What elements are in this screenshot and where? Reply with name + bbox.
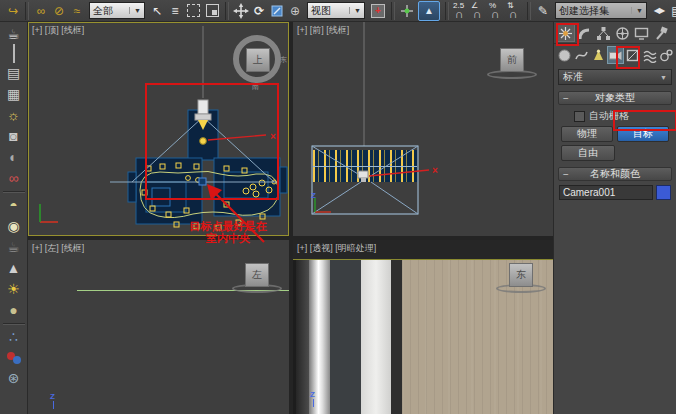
viewport-perspective-label[interactable]: [+] [透视] [明暗处理]: [297, 242, 376, 255]
tab-modify[interactable]: [575, 24, 594, 42]
stereo-camera-icon[interactable]: ∞: [2, 168, 26, 189]
select-and-move-icon[interactable]: [233, 3, 249, 19]
physical-camera-button[interactable]: 物理: [561, 126, 613, 142]
shapes-icon: [574, 48, 589, 63]
viewport-top[interactable]: [+] [顶] [线框] 上 东 南: [28, 22, 289, 236]
chevron-down-icon: ▼: [631, 7, 643, 14]
edit-named-selection-sets-icon[interactable]: ✎: [534, 2, 552, 20]
viewport-perspective[interactable]: [+] [透视] [明暗处理] 东 Z: [293, 240, 553, 414]
tab-hierarchy[interactable]: [594, 24, 613, 42]
redo-icon[interactable]: ↪: [4, 2, 22, 20]
viewcube-top[interactable]: 上: [246, 48, 270, 72]
command-panel-tabs: [554, 22, 676, 44]
sunlight-icon[interactable]: ☀: [2, 279, 26, 300]
select-object-icon[interactable]: ↖: [148, 2, 166, 20]
hierarchy-icon: [596, 26, 611, 41]
bind-to-spacewarp-icon[interactable]: ≈: [68, 2, 86, 20]
render-production-icon[interactable]: ☕: [2, 24, 26, 45]
tab-motion[interactable]: [613, 24, 632, 42]
omni-light-icon[interactable]: ◉: [2, 216, 26, 237]
collapse-icon: −: [563, 169, 569, 180]
window-crossing-icon[interactable]: [206, 4, 219, 17]
white-panel: [361, 240, 391, 414]
select-and-scale-icon[interactable]: [269, 3, 285, 19]
name-color-rollout[interactable]: − 名称和颜色: [558, 167, 672, 181]
sphere-light-icon[interactable]: ●: [2, 300, 26, 321]
camera-type-buttons-row2: 自由: [559, 145, 671, 161]
align-icon[interactable]: ▤: [668, 2, 676, 20]
free-camera-button[interactable]: 自由: [561, 145, 615, 161]
coordinate-system-dropdown[interactable]: 视图 ▼: [307, 2, 365, 19]
render-setup-icon[interactable]: [13, 45, 15, 63]
spacer: [617, 145, 671, 161]
viewport-front-label[interactable]: [+] [前] [线框]: [297, 24, 349, 37]
render-elements-icon[interactable]: ▦: [2, 84, 26, 105]
world-z-axis: Z: [310, 390, 315, 407]
selection-filter-dropdown[interactable]: 全部 ▼: [89, 2, 145, 19]
mirror-icon[interactable]: ◀▶: [650, 2, 668, 20]
subtab-geometry[interactable]: [556, 46, 573, 64]
camera-category-dropdown[interactable]: 标准 ▼: [558, 69, 672, 85]
select-and-manipulate-icon[interactable]: [399, 3, 415, 19]
create-icon: [558, 26, 573, 41]
reference-coordinate-icon[interactable]: ⊕: [286, 2, 304, 20]
viewport-area: [+] [顶] [线框] 上 东 南: [28, 22, 553, 414]
camera-target-point[interactable]: [199, 178, 206, 185]
spinner-snap-toggle-icon[interactable]: ⇅ ∩: [506, 2, 524, 20]
left-toolbar-separator: [3, 191, 25, 193]
light-lister-icon[interactable]: ☼: [2, 105, 26, 126]
molecule-icon[interactable]: [6, 351, 22, 365]
create-subcategories: [554, 44, 676, 66]
viewcube-left[interactable]: 左: [245, 263, 269, 287]
select-by-name-icon[interactable]: ≡: [166, 2, 184, 20]
viewport-left-label[interactable]: [+] [左] [线框]: [32, 242, 84, 255]
object-name-field[interactable]: Camera001: [559, 185, 653, 200]
subtab-lights[interactable]: [590, 46, 607, 64]
material-editor-icon[interactable]: ▤: [2, 63, 26, 84]
tab-utilities[interactable]: [651, 24, 670, 42]
viewport-top-label[interactable]: [+] [顶] [线框]: [32, 24, 84, 37]
percent-snap-toggle-icon[interactable]: % ∩: [488, 2, 506, 20]
dome-light-icon[interactable]: ◓: [2, 195, 26, 216]
viewcube-perspective[interactable]: 东: [509, 263, 533, 287]
snap-toggle-25-icon[interactable]: 2.5 ∩: [452, 2, 470, 20]
viewcube-front[interactable]: 前: [500, 48, 524, 72]
subtab-cameras[interactable]: [607, 46, 624, 64]
object-color-swatch[interactable]: [656, 185, 671, 200]
z-axis-label: Z: [310, 390, 315, 399]
target-camera-button[interactable]: 目标: [617, 126, 669, 142]
autogrid-checkbox[interactable]: [574, 111, 585, 122]
subtab-spacewarps[interactable]: [641, 46, 658, 64]
viewport-left[interactable]: [+] [左] [线框] 左 Z: [28, 240, 289, 414]
subtab-helpers[interactable]: [624, 46, 641, 64]
dark-slate-band: [330, 240, 361, 414]
object-type-rollout[interactable]: − 对象类型: [558, 91, 672, 105]
spacewarps-icon: [642, 48, 657, 63]
unlink-selection-icon[interactable]: ⊘: [50, 2, 68, 20]
toolbar-separator: [25, 2, 29, 20]
particle-system-icon[interactable]: ∴: [2, 327, 26, 348]
tab-create[interactable]: [556, 24, 575, 42]
svg-text:Z: Z: [311, 191, 316, 200]
camera-object[interactable]: [358, 171, 368, 182]
subtab-shapes[interactable]: [573, 46, 590, 64]
select-and-link-icon[interactable]: ∞: [32, 2, 50, 20]
camera-lister-icon[interactable]: ◙: [2, 126, 26, 147]
camera-icon: [608, 48, 623, 63]
atom-icon[interactable]: ⊛: [2, 368, 26, 389]
molecule-blue-atom: [13, 356, 21, 364]
use-pivot-center-icon[interactable]: +: [371, 4, 385, 18]
wireframe-teapot-icon[interactable]: ☕: [2, 237, 26, 258]
select-and-rotate-icon[interactable]: ⟳: [250, 2, 268, 20]
wall-shadow-band: [296, 240, 309, 414]
angle-snap-toggle-icon[interactable]: ∠ ∩: [470, 2, 488, 20]
cone-icon[interactable]: ▲: [2, 258, 26, 279]
subtab-systems[interactable]: [658, 46, 675, 64]
rectangular-selection-region-icon[interactable]: [187, 4, 200, 17]
chevron-down-icon: ▼: [349, 7, 361, 14]
shadow-toggle-icon[interactable]: ◐: [2, 147, 26, 168]
named-selection-sets-dropdown[interactable]: 创建选择集 ▼: [555, 2, 647, 19]
viewport-front[interactable]: [+] [前] [线框] 前 ×: [293, 22, 553, 236]
tab-display[interactable]: [632, 24, 651, 42]
keyboard-override-toggle[interactable]: ▲: [418, 1, 440, 21]
